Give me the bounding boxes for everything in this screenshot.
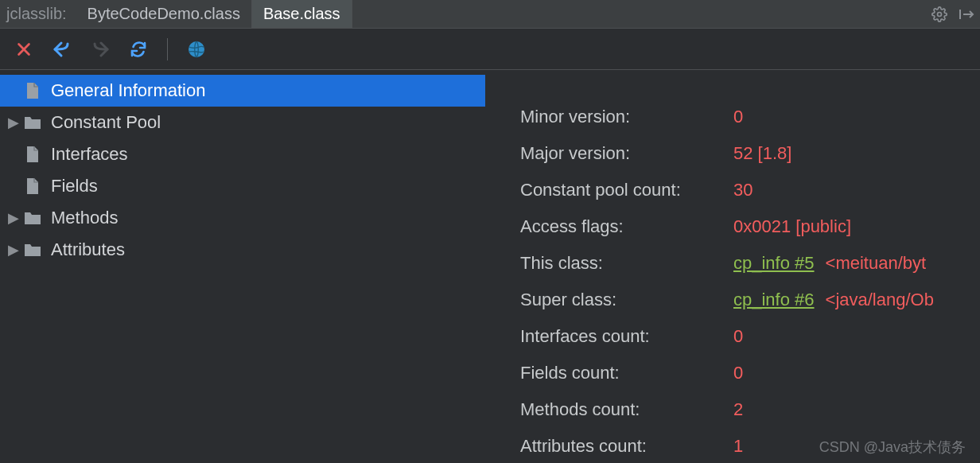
chevron-right-icon: ▶ <box>5 114 22 131</box>
detail-key: Methods count: <box>520 399 733 420</box>
detail-row: Major version:52 [1.8] <box>520 143 980 180</box>
detail-key: Major version: <box>520 143 733 164</box>
dock-icon <box>959 8 974 21</box>
file-icon <box>22 144 43 165</box>
detail-value-link[interactable]: cp_info #5 <box>733 253 815 274</box>
chevron-right-icon: ▶ <box>5 241 22 259</box>
detail-value: 0 <box>733 363 743 383</box>
detail-value: 2 <box>733 399 743 420</box>
tree-sidebar: General Information▶Constant PoolInterfa… <box>0 70 485 463</box>
back-button[interactable] <box>49 37 75 62</box>
reload-button[interactable] <box>126 37 151 62</box>
detail-value: 0 <box>733 107 743 127</box>
arrow-right-icon <box>90 41 111 58</box>
details-panel: Minor version:0Major version:52 [1.8]Con… <box>485 70 980 463</box>
detail-row: Methods count:2 <box>520 399 980 436</box>
tree-item-attributes[interactable]: ▶Attributes <box>0 234 485 266</box>
gear-icon <box>931 6 947 22</box>
settings-button[interactable] <box>926 0 953 28</box>
tree-item-methods[interactable]: ▶Methods <box>0 202 485 234</box>
tab-base[interactable]: Base.class <box>252 0 352 28</box>
refresh-icon <box>129 40 148 59</box>
svg-point-1 <box>189 41 204 57</box>
tab-bytecodedemo[interactable]: ByteCodeDemo.class <box>76 0 252 28</box>
folder-icon <box>22 112 43 133</box>
close-button[interactable] <box>11 37 37 62</box>
folder-icon <box>22 208 43 228</box>
close-icon <box>15 41 33 58</box>
tree-item-label: General Information <box>51 80 205 101</box>
tree-item-fields[interactable]: Fields <box>0 170 485 202</box>
file-icon <box>22 80 43 101</box>
tabstrip: jclasslib: ByteCodeDemo.class Base.class <box>0 0 980 29</box>
detail-key: Fields count: <box>520 363 733 383</box>
tree-item-label: Interfaces <box>51 144 128 165</box>
globe-icon <box>187 40 206 59</box>
tree-item-label: Fields <box>51 176 98 196</box>
tree-item-general-information[interactable]: General Information <box>0 75 485 107</box>
svg-point-0 <box>938 12 942 16</box>
tree-item-label: Attributes <box>51 239 125 260</box>
folder-icon <box>22 239 43 260</box>
detail-value-extra: <meituan/byt <box>826 253 927 274</box>
detail-key: This class: <box>520 253 733 274</box>
detail-value: 0x0021 [public] <box>733 216 851 237</box>
chevron-right-icon: ▶ <box>5 209 22 227</box>
detail-value-link[interactable]: cp_info #6 <box>733 290 815 310</box>
detail-value: 30 <box>733 180 752 200</box>
app-label: jclasslib: <box>0 0 76 28</box>
detail-row: Interfaces count:0 <box>520 326 980 363</box>
detail-row: This class:cp_info #5<meituan/byt <box>520 253 980 290</box>
detail-key: Constant pool count: <box>520 180 733 200</box>
tree-item-interfaces[interactable]: Interfaces <box>0 138 485 170</box>
tree-item-label: Constant Pool <box>51 112 161 133</box>
detail-row: Constant pool count:30 <box>520 180 980 216</box>
detail-value: 0 <box>733 326 743 347</box>
detail-value: 1 <box>733 436 743 457</box>
tree-item-label: Methods <box>51 208 118 228</box>
toolbar <box>0 29 980 70</box>
hide-panel-button[interactable] <box>953 0 980 28</box>
detail-row: Access flags:0x0021 [public] <box>520 216 980 253</box>
detail-row: Attributes count:1 <box>520 436 980 463</box>
detail-row: Super class:cp_info #6<java/lang/Ob <box>520 290 980 326</box>
file-icon <box>22 176 43 196</box>
web-button[interactable] <box>184 37 209 62</box>
arrow-left-icon <box>52 41 72 58</box>
forward-button <box>88 37 113 62</box>
detail-key: Minor version: <box>520 107 733 127</box>
detail-value: 52 [1.8] <box>733 143 791 164</box>
detail-key: Interfaces count: <box>520 326 733 347</box>
detail-row: Minor version:0 <box>520 107 980 143</box>
detail-key: Attributes count: <box>520 436 733 457</box>
tree-item-constant-pool[interactable]: ▶Constant Pool <box>0 107 485 138</box>
detail-value-extra: <java/lang/Ob <box>826 290 934 310</box>
toolbar-separator <box>167 38 168 60</box>
tabstrip-spacer <box>352 0 926 28</box>
detail-key: Super class: <box>520 290 733 310</box>
detail-key: Access flags: <box>520 216 733 237</box>
detail-row: Fields count:0 <box>520 363 980 399</box>
